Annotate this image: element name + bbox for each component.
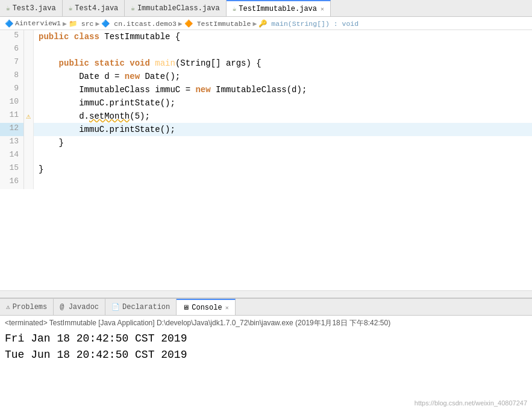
java-icon: ☕ [6,4,10,12]
tab-problems-label: Problems [13,303,48,311]
console-icon: 🖥 [183,304,189,311]
java-icon: ☕ [131,4,135,12]
code-area: 5 public class TestImmutable { 6 7 publi… [0,30,532,290]
line-content: immuC.printState(); [34,123,180,136]
close-tab-icon[interactable]: ✕ [321,5,324,13]
breadcrumb-project: Ainterview1 [15,19,61,27]
sep: ▶ [95,19,99,28]
line-content: } [34,163,48,176]
breadcrumb-method: 🔑 main(String[]) : void [258,19,358,28]
line-gutter [24,176,34,189]
console-line-2: Tue Jun 18 20:42:50 CST 2019 [5,347,527,363]
code-line: 11 ⚠ d.setMonth(5); [0,110,532,123]
java-icon: ☕ [233,5,237,13]
line-content [34,176,43,189]
line-gutter [24,83,34,96]
tab-test4[interactable]: ☕ Test4.java [63,0,125,16]
code-line: 8 Date d = new Date(); [0,70,532,83]
tab-console-label: Console [192,304,222,312]
line-number: 6 [0,43,24,57]
line-content: ImmutableClass immuC = new ImmutableClas… [34,83,311,96]
code-line: 6 [0,43,532,57]
tab-testimmutable[interactable]: ☕ TestImmutable.java ✕ [227,0,331,16]
line-content [34,149,43,163]
tab-javadoc-label: @ Javadoc [60,303,99,311]
line-number: 7 [0,57,24,70]
close-console-icon[interactable]: ✕ [225,304,229,311]
code-line: 16 [0,176,532,189]
code-line: 5 public class TestImmutable { [0,30,532,43]
tab-declaration[interactable]: 📄 Declaration [105,299,177,315]
sep: ▶ [63,19,67,28]
line-gutter [24,30,34,43]
line-number: 16 [0,176,24,189]
breadcrumb-package: 🔷 cn.itcast.demo3 [101,19,176,28]
line-number: 14 [0,149,24,163]
code-line: 9 ImmutableClass immuC = new ImmutableCl… [0,83,532,96]
tab-immutableclass[interactable]: ☕ ImmutableClass.java [125,0,226,16]
code-line-active: 12 immuC.printState(); [0,123,532,136]
code-line: 7 public static void main(String[] args)… [0,57,532,70]
line-number: 5 [0,30,24,43]
sep: ▶ [178,19,183,28]
line-gutter [24,70,34,83]
project-icon: 🔷 [5,19,13,28]
java-icon: ☕ [69,4,73,12]
editor-tab-bar: ☕ Test3.java ☕ Test4.java ☕ ImmutableCla… [0,0,532,17]
line-content: d.setMonth(5); [34,110,155,123]
bottom-panel: ⚠ Problems @ Javadoc 📄 Declaration 🖥 Con… [0,298,532,409]
tab-javadoc[interactable]: @ Javadoc [54,299,105,315]
console-content: <terminated> TestImmutable [Java Applica… [0,316,532,409]
tab-label: Test3.java [13,4,56,13]
line-gutter [24,96,34,110]
line-gutter [24,149,34,163]
line-content: Date d = new Date(); [34,70,185,83]
line-number: 11 [0,110,24,123]
line-content: public class TestImmutable { [34,30,185,43]
line-content [34,43,43,57]
line-number: 12 [0,123,24,136]
line-content: public static void main(String[] args) { [34,57,266,70]
tab-console[interactable]: 🖥 Console ✕ [177,299,235,315]
line-gutter [24,136,34,149]
line-number: 9 [0,83,24,96]
line-number: 10 [0,96,24,110]
line-number: 8 [0,70,24,83]
tab-label: TestImmutable.java [239,5,317,13]
line-gutter-warning: ⚠ [24,110,34,123]
line-content: } [34,136,69,149]
panel-tab-bar: ⚠ Problems @ Javadoc 📄 Declaration 🖥 Con… [0,299,532,316]
code-line: 14 [0,149,532,163]
tab-label: ImmutableClass.java [137,4,220,13]
line-gutter [24,163,34,176]
sep: ▶ [252,19,257,28]
horizontal-scrollbar[interactable] [0,290,532,298]
tab-test3[interactable]: ☕ Test3.java [0,0,63,16]
breadcrumb-src: 📁 src [69,19,94,28]
editor-container: 5 public class TestImmutable { 6 7 publi… [0,30,532,298]
tab-problems[interactable]: ⚠ Problems [0,299,54,315]
line-number: 13 [0,136,24,149]
watermark: https://blog.csdn.net/weixin_40807247 [415,399,527,407]
problems-icon: ⚠ [6,303,10,311]
code-editor[interactable]: 5 public class TestImmutable { 6 7 publi… [0,30,532,290]
line-gutter [24,43,34,57]
console-line-1: Fri Jan 18 20:42:50 CST 2019 [5,331,527,347]
code-line: 15 } [0,163,532,176]
declaration-icon: 📄 [111,303,120,311]
line-number: 15 [0,163,24,176]
line-gutter [24,57,34,70]
line-content: immuC.printState(); [34,96,180,110]
line-gutter [24,123,34,136]
code-line: 10 immuC.printState(); [0,96,532,110]
breadcrumb: 🔷 Ainterview1 ▶ 📁 src ▶ 🔷 cn.itcast.demo… [0,17,532,30]
breadcrumb-class: 🔶 TestImmutable [184,19,251,28]
console-header: <terminated> TestImmutable [Java Applica… [5,318,527,328]
tab-declaration-label: Declaration [122,303,170,311]
code-line: 13 } [0,136,532,149]
tab-label: Test4.java [75,4,118,13]
